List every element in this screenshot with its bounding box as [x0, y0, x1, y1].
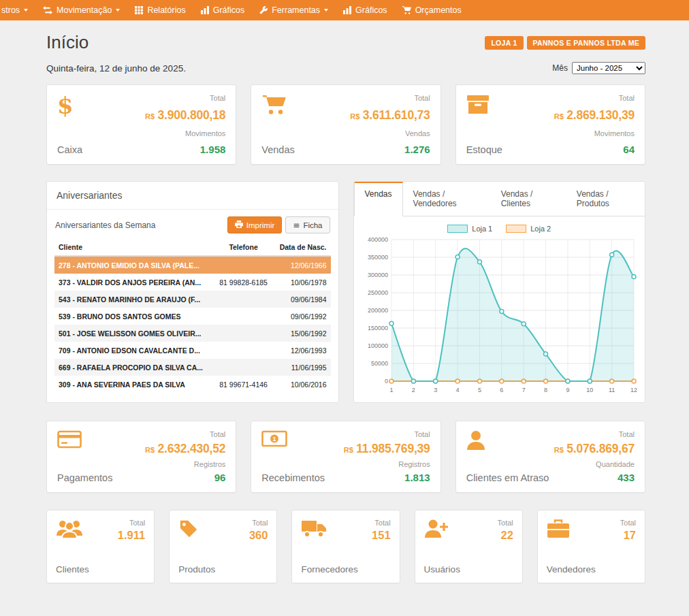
total-label: Total [619, 430, 635, 438]
total-label: Total [414, 94, 430, 102]
store-badge: LOJA 1 [485, 36, 523, 50]
svg-text:1: 1 [273, 436, 276, 442]
chart-legend: Loja 1 Loja 2 [354, 225, 645, 233]
tab-vendas-clientes[interactable]: Vendas / Clientes [491, 182, 566, 216]
svg-text:10: 10 [587, 387, 594, 393]
ficha-button[interactable]: ≡ Ficha [285, 216, 330, 233]
svg-text:100000: 100000 [368, 342, 388, 349]
chevron-down-icon [324, 9, 328, 12]
total-value: R$ 2.632.430,52 [145, 442, 225, 456]
top-navbar: stros Movimentação Relatórios Gráficos F… [0, 0, 689, 20]
total-label: Total [414, 430, 430, 438]
legend-loja2[interactable]: Loja 2 [506, 225, 551, 233]
table-row[interactable]: 543 - RENATO MARINHO DE ARAUJO (F...09/0… [54, 291, 331, 308]
credit-card-icon [57, 430, 112, 451]
count-label: Quantidade [596, 460, 635, 468]
user-icon [466, 430, 549, 453]
bar-chart-icon [343, 6, 351, 14]
svg-text:350000: 350000 [368, 254, 388, 261]
bar-chart-icon [201, 6, 209, 14]
svg-text:12: 12 [630, 387, 637, 393]
legend-loja1[interactable]: Loja 1 [447, 225, 492, 233]
list-icon: ≡ [293, 221, 300, 229]
total-value: R$ 2.869.130,39 [554, 108, 635, 123]
clientes-atraso-card: Clientes em Atraso Total R$ 5.076.869,67… [455, 421, 645, 493]
pagamentos-card: Pagamentos Total R$ 2.632.430,52 Registr… [46, 421, 236, 493]
count-value: 1.813 [404, 472, 430, 483]
nav-item-movimentacao[interactable]: Movimentação [35, 0, 127, 20]
table-row[interactable]: 669 - RAFAELA PROCOPIO DA SILVA CA...11/… [54, 359, 331, 376]
count-value: 433 [618, 472, 635, 483]
card-label: Clientes [56, 564, 89, 574]
card-label: Usuários [424, 564, 460, 574]
box-icon [466, 94, 502, 118]
money-bill-icon: 1 [261, 430, 325, 450]
count-value: 96 [214, 472, 226, 483]
table-row[interactable]: 539 - BRUNO DOS SANTOS GOMES09/06/1992 [54, 308, 331, 325]
total-label: Total [619, 94, 635, 102]
cart-icon [261, 94, 294, 118]
table-row[interactable]: 501 - JOSE WELISSON GOMES OLIVEIR...15/0… [54, 325, 331, 342]
svg-text:150000: 150000 [368, 325, 388, 331]
table-row[interactable]: 373 - VALDIR DOS ANJOS PEREIRA (AN...81 … [54, 274, 331, 291]
card-label: Estoque [466, 144, 502, 155]
page-title: Início [46, 32, 89, 53]
card-label: Clientes em Atraso [466, 472, 549, 483]
count-value: 1.276 [404, 144, 430, 155]
birthdays-table: Cliente Telefone Data de Nasc. 278 - ANT… [54, 239, 331, 393]
column-header-nascimento: Data de Nasc. [273, 239, 331, 256]
company-badge: PANNOS E PANNOS LTDA ME [527, 36, 645, 50]
card-label: Vendas [261, 144, 294, 155]
nav-item-graficos-1[interactable]: Gráficos [193, 0, 253, 20]
svg-text:6: 6 [500, 387, 504, 393]
tab-vendas-produtos[interactable]: Vendas / Produtos [566, 182, 645, 216]
total-label: Total [249, 519, 268, 527]
tab-vendas-vendedores[interactable]: Vendas / Vendedores [403, 182, 491, 216]
exchange-icon [43, 6, 52, 14]
svg-text:3: 3 [434, 387, 437, 393]
truck-icon [301, 519, 357, 541]
current-date: Quinta-feira, 12 de junho de 2025. [46, 63, 186, 74]
cart-icon [402, 6, 411, 14]
total-label: Total [620, 519, 636, 527]
nav-item-relatorios[interactable]: Relatórios [127, 0, 193, 20]
nav-item-ferramentas[interactable]: Ferramentas [252, 0, 336, 20]
card-label: Recebimentos [261, 472, 325, 483]
svg-text:4: 4 [456, 387, 460, 393]
estoque-card: Estoque Total R$ 2.869.130,39 Movimentos… [455, 84, 645, 165]
birthdays-panel: Aniversariantes Aniversariantes da Seman… [46, 181, 339, 403]
total-label: Total [118, 519, 145, 527]
nav-item-label: Relatórios [147, 5, 185, 15]
sales-tabs: Vendas Vendas / Vendedores Vendas / Clie… [354, 182, 645, 216]
total-value: R$ 3.900.800,18 [145, 108, 225, 123]
print-button[interactable]: Imprimir [227, 216, 283, 233]
month-select[interactable]: Junho - 2025 [572, 62, 645, 74]
chevron-down-icon [116, 9, 120, 12]
svg-text:200000: 200000 [368, 307, 388, 314]
count-label: Movimentos [185, 129, 225, 137]
total-label: Total [210, 430, 225, 438]
produtos-card: Produtos Total 360 [169, 510, 277, 583]
nav-item-cadastros[interactable]: stros [0, 0, 35, 20]
vendas-card: Vendas Total R$ 3.611.610,73 Vendas 1.27… [251, 84, 440, 165]
nav-item-orcamentos[interactable]: Orçamentos [395, 0, 469, 20]
table-row[interactable]: 709 - ANTONIO EDSON CAVALCANTE D...12/06… [54, 342, 331, 359]
svg-text:9: 9 [566, 387, 570, 393]
month-label: Mês [552, 63, 568, 73]
svg-text:50000: 50000 [371, 360, 388, 367]
tab-vendas[interactable]: Vendas [354, 182, 403, 216]
card-label: Pagamentos [57, 472, 112, 483]
wrench-icon [259, 6, 268, 14]
clientes-card: Clientes Total 1.911 [46, 510, 155, 583]
count-label: Registros [398, 460, 430, 468]
loja1-swatch [447, 225, 468, 233]
table-row[interactable]: 309 - ANA SEVERINA PAES DA SILVA81 99671… [54, 376, 331, 393]
caixa-card: $ Caixa Total R$ 3.900.800,18 Movimentos… [46, 84, 236, 165]
user-plus-icon [424, 519, 460, 542]
table-row[interactable]: 278 - ANTONIO EMIDIO DA SILVA (PALE...12… [54, 256, 331, 274]
sales-panel: Vendas Vendas / Vendedores Vendas / Clie… [353, 181, 646, 403]
card-label: Fornecedores [301, 564, 357, 574]
loja2-swatch [506, 225, 526, 233]
nav-item-graficos-2[interactable]: Gráficos [336, 0, 395, 20]
table-icon [135, 6, 143, 14]
